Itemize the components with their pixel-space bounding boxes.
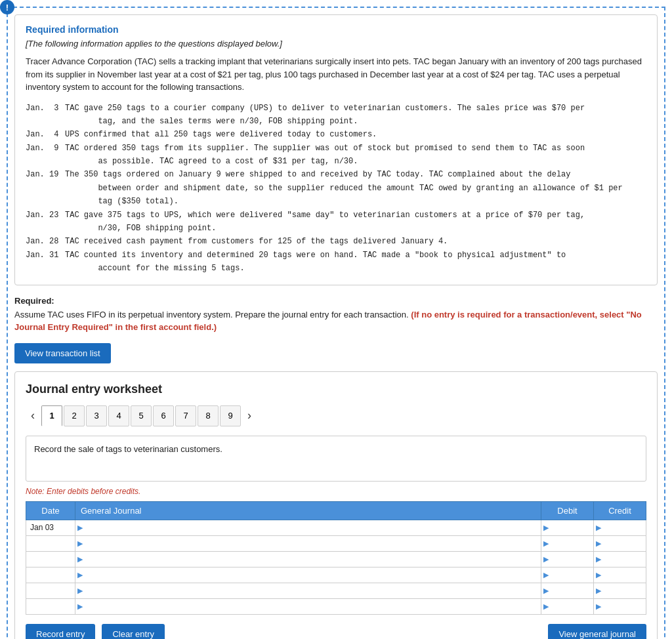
list-item: Jan. 23 TAC gave 375 tags to UPS, which …: [26, 209, 646, 236]
tab-9-button[interactable]: 9: [220, 405, 241, 426]
required-label: Required:: [14, 296, 658, 306]
tab-6-button[interactable]: 6: [153, 405, 174, 426]
tx-label: Jan. 23: [26, 209, 65, 236]
prev-tab-button[interactable]: ‹: [26, 406, 40, 425]
table-cell-date: [26, 583, 75, 598]
debit-input[interactable]: [551, 599, 593, 614]
credit-input[interactable]: [603, 567, 646, 583]
entry-description-text: Record the sale of tags to veterinarian …: [34, 444, 222, 454]
table-cell-journal[interactable]: ▶: [75, 567, 541, 583]
table-cell-credit[interactable]: ▶: [594, 551, 646, 567]
table-cell-date: [26, 567, 75, 583]
table-cell-journal[interactable]: ▶: [75, 598, 541, 614]
table-cell-debit[interactable]: ▶: [541, 551, 594, 567]
debit-input[interactable]: [551, 567, 593, 583]
table-cell-journal[interactable]: ▶: [75, 520, 541, 535]
table-cell-credit[interactable]: ▶: [594, 583, 646, 598]
table-cell-date: [26, 598, 75, 614]
table-cell-journal[interactable]: ▶: [75, 535, 541, 551]
debit-input[interactable]: [551, 552, 593, 567]
credit-input[interactable]: [603, 552, 646, 567]
table-cell-debit[interactable]: ▶: [541, 598, 594, 614]
tx-text: TAC gave 375 tags to UPS, which were del…: [65, 209, 646, 236]
table-row: ▶▶▶: [26, 551, 646, 567]
header-credit: Credit: [594, 501, 646, 520]
tx-text: The 350 tags ordered on January 9 were s…: [65, 168, 646, 208]
required-info-title: Required information: [26, 24, 646, 35]
required-text: Assume TAC uses FIFO in its perpetual in…: [14, 308, 658, 334]
tab-navigation: ‹ 1 2 3 4 5 6 7 8 9 ›: [26, 405, 646, 426]
table-cell-date: [26, 551, 75, 567]
info-icon: !: [0, 0, 14, 14]
tab-2-button[interactable]: 2: [64, 405, 85, 426]
table-row: ▶▶▶: [26, 583, 646, 598]
debit-input[interactable]: [551, 536, 593, 551]
table-cell-journal[interactable]: ▶: [75, 551, 541, 567]
transaction-list-section: View transaction list: [14, 343, 658, 363]
credit-input[interactable]: [603, 520, 646, 535]
table-cell-date: [26, 535, 75, 551]
record-entry-button[interactable]: Record entry: [26, 624, 95, 639]
journal-input[interactable]: [85, 552, 541, 567]
next-tab-button[interactable]: ›: [242, 406, 257, 425]
tab-4-button[interactable]: 4: [108, 405, 129, 426]
tab-5-button[interactable]: 5: [131, 405, 152, 426]
tx-label: Jan. 4: [26, 128, 65, 141]
info-subtitle: [The following information applies to th…: [26, 39, 646, 49]
journal-input[interactable]: [85, 583, 541, 598]
header-debit: Debit: [541, 501, 594, 520]
tx-text: TAC ordered 350 tags from its supplier. …: [65, 142, 646, 169]
table-cell-date: Jan 03: [26, 520, 75, 535]
journal-input[interactable]: [85, 599, 541, 614]
table-cell-credit[interactable]: ▶: [594, 567, 646, 583]
credit-input[interactable]: [603, 599, 646, 614]
table-cell-debit[interactable]: ▶: [541, 583, 594, 598]
clear-entry-button[interactable]: Clear entry: [102, 624, 165, 639]
journal-input[interactable]: [85, 536, 541, 551]
table-cell-credit[interactable]: ▶: [594, 598, 646, 614]
tx-label: Jan. 31: [26, 249, 65, 276]
header-date: Date: [26, 501, 75, 520]
tx-label: Jan. 3: [26, 102, 65, 129]
bottom-buttons: Record entry Clear entry View general jo…: [26, 624, 646, 639]
journal-table: Date General Journal Debit Credit Jan 03…: [26, 501, 646, 615]
table-row: Jan 03▶▶▶: [26, 520, 646, 535]
tab-8-button[interactable]: 8: [198, 405, 219, 426]
list-item: Jan. 31 TAC counted its inventory and de…: [26, 249, 646, 276]
tab-7-button[interactable]: 7: [175, 405, 196, 426]
info-box: Required information [The following info…: [14, 14, 658, 285]
debit-input[interactable]: [551, 520, 593, 535]
debit-input[interactable]: [551, 583, 593, 598]
credit-input[interactable]: [603, 536, 646, 551]
table-row: ▶▶▶: [26, 598, 646, 614]
list-item: Jan. 4 UPS confirmed that all 250 tags w…: [26, 128, 646, 141]
view-general-journal-button[interactable]: View general journal: [548, 624, 646, 639]
table-cell-debit[interactable]: ▶: [541, 567, 594, 583]
table-header-row: Date General Journal Debit Credit: [26, 501, 646, 520]
transactions-list: Jan. 3 TAC gave 250 tags to a courier co…: [26, 102, 646, 276]
credit-input[interactable]: [603, 583, 646, 598]
required-text-normal: Assume TAC uses FIFO in its perpetual in…: [14, 310, 409, 320]
table-cell-debit[interactable]: ▶: [541, 535, 594, 551]
list-item: Jan. 28 TAC received cash payment from c…: [26, 235, 646, 248]
table-cell-journal[interactable]: ▶: [75, 583, 541, 598]
note-text: Note: Enter debits before credits.: [26, 487, 646, 496]
worksheet-title: Journal entry worksheet: [26, 382, 646, 396]
journal-input[interactable]: [85, 520, 541, 535]
tx-text: TAC received cash payment from customers…: [65, 235, 646, 248]
table-cell-credit[interactable]: ▶: [594, 520, 646, 535]
tab-3-button[interactable]: 3: [86, 405, 107, 426]
header-general-journal: General Journal: [75, 501, 541, 520]
view-transaction-list-button[interactable]: View transaction list: [14, 343, 111, 363]
tx-text: TAC counted its inventory and determined…: [65, 249, 646, 276]
table-cell-credit[interactable]: ▶: [594, 535, 646, 551]
table-row: ▶▶▶: [26, 535, 646, 551]
table-cell-debit[interactable]: ▶: [541, 520, 594, 535]
tx-text: TAC gave 250 tags to a courier company (…: [65, 102, 646, 129]
required-section: Required: Assume TAC uses FIFO in its pe…: [14, 296, 658, 334]
info-description: Tracer Advance Corporation (TAC) sells a…: [26, 55, 646, 94]
tab-1-button[interactable]: 1: [41, 405, 62, 426]
journal-input[interactable]: [85, 567, 541, 583]
tx-label: Jan. 19: [26, 168, 65, 208]
table-row: ▶▶▶: [26, 567, 646, 583]
